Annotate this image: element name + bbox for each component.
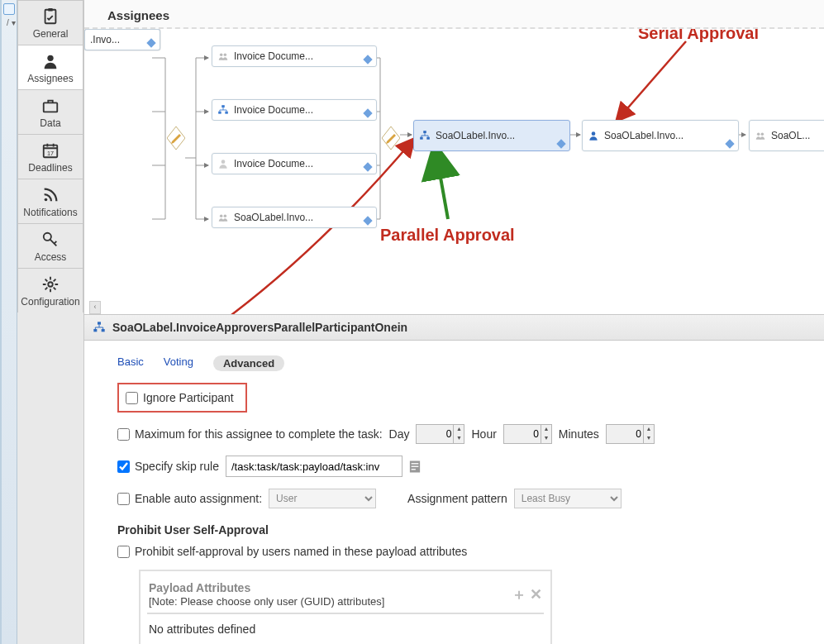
svg-point-11 bbox=[224, 54, 227, 57]
node-label: Invoice Docume... bbox=[234, 104, 313, 116]
enable-auto-checkbox[interactable] bbox=[117, 493, 130, 505]
svg-rect-13 bbox=[218, 112, 221, 114]
rss-icon bbox=[41, 186, 60, 204]
tab-notifications[interactable]: Notifications bbox=[17, 179, 83, 224]
payload-empty-text: No attributes defined bbox=[147, 614, 544, 644]
workflow-canvas[interactable]: .Invo... .Invo... .Invo... .Invo... Invo… bbox=[84, 29, 824, 314]
tab-label: Configuration bbox=[21, 296, 79, 308]
node-label: SoaOLabel.Invo... bbox=[234, 212, 313, 223]
group-grey-icon bbox=[755, 130, 766, 141]
ignore-participant-label[interactable]: Ignore Participant bbox=[126, 391, 234, 404]
tab-data[interactable]: Data bbox=[17, 90, 83, 135]
remove-attribute-icon[interactable]: ✕ bbox=[530, 586, 542, 603]
node-label: SoaOLabel.Invo... bbox=[436, 130, 515, 141]
max-assignee-label[interactable]: Maximum for this assignee to complete th… bbox=[117, 427, 383, 441]
svg-rect-14 bbox=[225, 112, 228, 114]
tab-deadlines[interactable]: 17 Deadlines bbox=[17, 135, 83, 179]
tab-access[interactable]: Access bbox=[17, 224, 83, 269]
svg-rect-25 bbox=[98, 322, 101, 324]
clipboard-icon bbox=[41, 7, 60, 26]
edit-gateway-icon[interactable] bbox=[382, 126, 400, 150]
prohibit-section-title: Prohibit User Self-Approval bbox=[117, 523, 806, 537]
tab-label: Deadlines bbox=[28, 162, 72, 174]
ignore-participant-checkbox[interactable] bbox=[126, 392, 138, 404]
payload-note: [Note: Please choose only user (GUID) at… bbox=[149, 595, 384, 608]
enable-auto-label[interactable]: Enable auto assignment: bbox=[117, 492, 262, 505]
svg-rect-30 bbox=[412, 465, 419, 466]
prohibit-checkbox[interactable] bbox=[117, 546, 130, 558]
edit-gateway-icon[interactable] bbox=[167, 126, 185, 150]
page-title: Assignees bbox=[84, 0, 824, 29]
participant-node[interactable]: .Invo... bbox=[84, 29, 160, 50]
node-label: Invoice Docume... bbox=[234, 158, 313, 169]
day-spinner[interactable]: ▲▼ bbox=[416, 424, 464, 444]
tab-advanced[interactable]: Advanced bbox=[213, 355, 284, 371]
detail-title: SoaOLabel.InvoiceApproversParallelPartic… bbox=[112, 321, 407, 334]
diamond-icon bbox=[725, 139, 734, 148]
prohibit-label[interactable]: Prohibit self-approval by users named in… bbox=[117, 545, 467, 558]
checkbox-text: Specify skip rule bbox=[135, 460, 219, 473]
left-gutter: / ▾ bbox=[2, 0, 17, 644]
hour-input[interactable] bbox=[504, 425, 541, 443]
checkbox-text: Ignore Participant bbox=[143, 391, 234, 404]
max-assignee-checkbox[interactable] bbox=[117, 428, 130, 441]
tab-assignees[interactable]: Assignees bbox=[17, 45, 83, 90]
tab-basic[interactable]: Basic bbox=[117, 355, 144, 371]
svg-rect-27 bbox=[102, 329, 105, 332]
node-label: SoaOLabel.Invo... bbox=[604, 130, 683, 141]
svg-point-16 bbox=[220, 215, 223, 218]
skip-rule-label[interactable]: Specify skip rule bbox=[117, 460, 219, 473]
hierarchy-icon bbox=[93, 321, 106, 334]
participant-node-selected[interactable]: SoaOLabel.Invo... bbox=[413, 120, 570, 151]
participant-node[interactable]: Invoice Docume... bbox=[212, 153, 377, 174]
add-attribute-icon[interactable]: ＋ bbox=[512, 586, 526, 603]
svg-rect-20 bbox=[420, 137, 423, 140]
scroll-left-button[interactable]: ‹ bbox=[89, 301, 101, 314]
svg-point-23 bbox=[757, 133, 760, 136]
checkbox-text: Enable auto assignment: bbox=[135, 492, 262, 505]
user-grey-icon bbox=[217, 158, 229, 169]
assignment-pattern-label: Assignment pattern bbox=[407, 492, 507, 505]
tab-label: Assignees bbox=[27, 73, 73, 84]
diamond-icon bbox=[363, 162, 372, 171]
annotation-parallel: Parallel Approval bbox=[380, 226, 515, 245]
annotation-serial: Serial Approval bbox=[638, 29, 759, 43]
participant-node[interactable]: SoaOL... bbox=[749, 120, 824, 151]
skip-rule-input[interactable] bbox=[226, 456, 402, 477]
hour-spinner[interactable]: ▲▼ bbox=[503, 424, 552, 444]
expression-builder-icon[interactable] bbox=[409, 460, 421, 474]
tab-configuration[interactable]: Configuration bbox=[17, 269, 83, 312]
skip-rule-checkbox[interactable] bbox=[117, 460, 130, 473]
hierarchy-icon bbox=[217, 104, 229, 116]
min-spinner[interactable]: ▲▼ bbox=[606, 424, 655, 444]
hierarchy-icon bbox=[419, 130, 431, 141]
user-icon bbox=[41, 52, 60, 70]
svg-point-8 bbox=[48, 282, 53, 287]
svg-rect-3 bbox=[44, 103, 58, 112]
hour-label: Hour bbox=[471, 427, 496, 441]
svg-rect-26 bbox=[93, 329, 97, 332]
day-input[interactable] bbox=[417, 425, 453, 443]
tab-general[interactable]: General bbox=[17, 0, 83, 45]
auto-assign-select[interactable]: User bbox=[269, 489, 376, 508]
svg-rect-21 bbox=[426, 137, 430, 140]
participant-node[interactable]: Invoice Docume... bbox=[212, 99, 377, 121]
diamond-icon bbox=[363, 216, 372, 225]
briefcase-icon bbox=[41, 97, 60, 115]
tab-label: Notifications bbox=[23, 207, 77, 218]
tab-voting[interactable]: Voting bbox=[164, 355, 193, 371]
group-grey-icon bbox=[217, 212, 229, 223]
node-label: Invoice Docume... bbox=[234, 50, 313, 62]
detail-tabs: Basic Voting Advanced bbox=[99, 341, 824, 383]
diamond-icon bbox=[363, 108, 372, 117]
svg-rect-19 bbox=[423, 131, 426, 133]
participant-node[interactable]: Invoice Docume... bbox=[212, 45, 377, 67]
participant-node[interactable]: SoaOLabel.Invo... bbox=[582, 120, 739, 151]
participant-node[interactable]: SoaOLabel.Invo... bbox=[212, 207, 377, 228]
day-label: Day bbox=[389, 427, 410, 441]
min-input[interactable] bbox=[607, 425, 643, 443]
svg-rect-29 bbox=[412, 463, 419, 464]
svg-point-15 bbox=[221, 160, 226, 164]
assignment-pattern-select[interactable]: Least Busy bbox=[514, 489, 622, 508]
svg-point-24 bbox=[761, 133, 764, 136]
